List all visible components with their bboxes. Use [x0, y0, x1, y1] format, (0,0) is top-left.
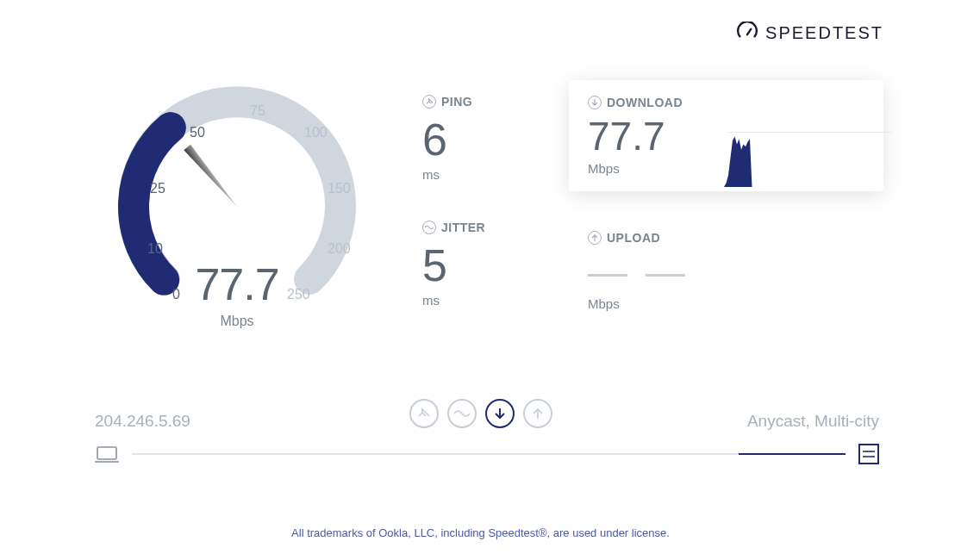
- footer-trademark: All trademarks of Ookla, LLC, including …: [0, 526, 961, 539]
- svg-line-0: [747, 29, 751, 35]
- server-location: Anycast, Multi-city: [747, 412, 879, 431]
- gauge-tick-200: 200: [328, 241, 351, 257]
- download-label: DOWNLOAD: [607, 96, 683, 109]
- jitter-metric: JITTER 5 ms: [422, 221, 485, 308]
- brand-header: SPEEDTEST: [736, 22, 883, 44]
- brand-title: SPEEDTEST: [765, 23, 883, 43]
- download-throughput-chart: [724, 125, 776, 187]
- upload-value: — —: [588, 248, 864, 295]
- progress-fill: [739, 453, 846, 455]
- upload-result-card: UPLOAD — — Mbps: [569, 215, 883, 327]
- gauge-speed-unit: Mbps: [195, 314, 278, 329]
- speedtest-logo-icon: [736, 22, 758, 44]
- ping-value: 6: [422, 114, 485, 165]
- upload-unit: Mbps: [588, 296, 864, 311]
- jitter-unit: ms: [422, 293, 485, 308]
- jitter-icon: [422, 221, 436, 234]
- jitter-value: 5: [422, 240, 485, 291]
- gauge-tick-10: 10: [147, 241, 163, 257]
- ping-icon: [422, 95, 436, 109]
- gauge-tick-250: 250: [287, 287, 310, 302]
- gauge-tick-75: 75: [250, 103, 265, 119]
- svg-marker-1: [184, 145, 240, 209]
- gauge-tick-50: 50: [190, 125, 205, 140]
- jitter-label: JITTER: [441, 221, 485, 234]
- gauge-tick-25: 25: [150, 181, 165, 196]
- connection-progress: [95, 444, 879, 464]
- server-icon: [858, 444, 879, 464]
- progress-bar: [132, 453, 846, 455]
- upload-icon: [588, 231, 602, 245]
- upload-label: UPLOAD: [607, 231, 660, 245]
- svg-rect-2: [97, 447, 116, 459]
- gauge-tick-100: 100: [304, 125, 328, 140]
- download-result-card: DOWNLOAD 77.7 Mbps: [569, 80, 883, 191]
- ping-unit: ms: [422, 167, 485, 182]
- gauge-speed-value: 77.7: [195, 258, 278, 310]
- ping-label: PING: [441, 95, 472, 109]
- device-icon: [95, 445, 119, 463]
- ip-address: 204.246.5.69: [95, 412, 190, 431]
- gauge-tick-150: 150: [328, 181, 351, 196]
- download-icon: [588, 96, 602, 109]
- speed-gauge: 0 10 25 50 75 100 150 200 250 77.7 Mbps: [108, 78, 384, 353]
- ping-metric: PING 6 ms: [422, 95, 485, 182]
- gauge-tick-0: 0: [172, 287, 180, 302]
